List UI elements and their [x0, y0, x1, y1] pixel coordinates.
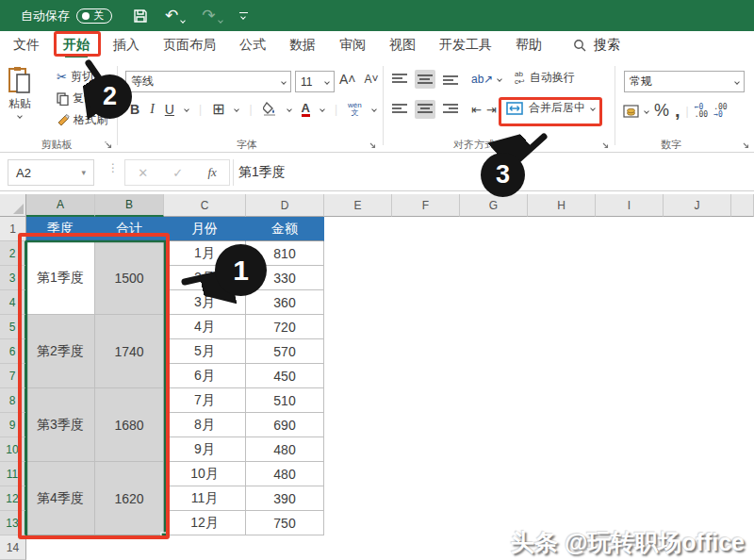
autosave-toggle[interactable]: 自动保存 关 — [21, 8, 112, 25]
phonetic-guide-button[interactable]: wén文 — [348, 102, 362, 117]
decrease-indent-button[interactable]: ⇤ — [471, 103, 482, 117]
increase-indent-button[interactable]: ⇥ — [486, 103, 497, 117]
underline-button[interactable]: U — [165, 102, 174, 117]
month-cell-5月[interactable]: 5月 — [164, 339, 246, 364]
column-header-G[interactable]: G — [460, 194, 528, 217]
column-header-partial[interactable] — [731, 194, 754, 217]
column-header-J[interactable]: J — [664, 194, 731, 217]
month-cell-8月[interactable]: 8月 — [164, 413, 246, 437]
alignment-dialog-launcher-icon[interactable] — [600, 140, 610, 153]
accounting-format-icon[interactable] — [623, 105, 639, 118]
merge-center-button[interactable]: 合并后居中 — [506, 100, 595, 116]
row-header-14[interactable]: 14 — [0, 535, 26, 560]
increase-decimal-icon[interactable]: ←0.00 — [695, 104, 708, 119]
header-cell-月份[interactable]: 月份 — [164, 217, 246, 241]
autosave-switch[interactable]: 关 — [76, 8, 112, 24]
month-cell-9月[interactable]: 9月 — [164, 437, 246, 462]
underline-dropdown-icon[interactable] — [184, 107, 189, 112]
total-cell-3[interactable]: 1680 — [95, 388, 164, 462]
row-header-11[interactable]: 11 — [0, 462, 26, 486]
column-header-D[interactable]: D — [246, 194, 324, 217]
row-header-4[interactable]: 4 — [0, 290, 26, 315]
row-header-7[interactable]: 7 — [0, 364, 26, 388]
row-header-13[interactable]: 13 — [0, 511, 26, 535]
month-cell-6月[interactable]: 6月 — [164, 364, 246, 388]
formula-bar-value[interactable]: 第1季度 — [238, 159, 286, 186]
total-cell-4[interactable]: 1620 — [95, 462, 164, 535]
quarter-cell-4[interactable]: 第4季度 — [26, 462, 95, 535]
bold-button[interactable]: B — [130, 102, 139, 117]
month-cell-12月[interactable]: 12月 — [164, 511, 246, 535]
tab-开始[interactable]: 开始 — [63, 31, 90, 58]
row-header-12[interactable]: 12 — [0, 486, 26, 511]
amount-cell-10[interactable]: 480 — [246, 462, 324, 486]
header-cell-合计[interactable]: 合计 — [95, 217, 164, 241]
orientation-dropdown-icon[interactable] — [498, 76, 503, 82]
row-header-10[interactable]: 10 — [0, 437, 26, 462]
percent-style-button[interactable]: % — [654, 101, 669, 121]
amount-cell-9[interactable]: 480 — [246, 437, 324, 462]
align-left-button[interactable] — [389, 100, 410, 119]
quarter-cell-1[interactable]: 第1季度 — [26, 241, 95, 315]
month-cell-11月[interactable]: 11月 — [164, 486, 246, 511]
month-cell-10月[interactable]: 10月 — [164, 462, 246, 486]
column-header-A[interactable]: A — [26, 194, 95, 217]
redo-button[interactable]: ↷ — [202, 8, 221, 23]
amount-cell-12[interactable]: 750 — [246, 511, 324, 535]
borders-dropdown-icon[interactable] — [235, 107, 240, 112]
amount-cell-6[interactable]: 450 — [246, 364, 324, 388]
amount-cell-4[interactable]: 720 — [246, 315, 324, 339]
tab-文件[interactable]: 文件 — [13, 31, 40, 58]
column-header-B[interactable]: B — [95, 194, 164, 217]
number-dialog-launcher-icon[interactable] — [741, 140, 750, 153]
fill-color-button[interactable] — [263, 102, 277, 116]
month-cell-4月[interactable]: 4月 — [164, 315, 246, 339]
top-align-button[interactable] — [389, 70, 410, 89]
font-size-select[interactable]: 11 — [295, 71, 335, 92]
wrap-text-button[interactable]: abc↩ 自动换行 — [515, 70, 575, 86]
header-cell-季度[interactable]: 季度 — [26, 217, 95, 241]
align-right-button[interactable] — [440, 100, 461, 119]
column-header-E[interactable]: E — [324, 194, 392, 217]
amount-cell-7[interactable]: 510 — [246, 388, 324, 413]
tab-开发工具[interactable]: 开发工具 — [439, 31, 492, 58]
fill-color-dropdown-icon[interactable] — [287, 107, 292, 112]
spreadsheet[interactable]: ABCDEFGHIJ1234567891011121314季度合计月份金额第1季… — [0, 194, 754, 560]
save-icon[interactable] — [133, 8, 148, 24]
cut-button[interactable]: ✂ 剪切 — [57, 69, 93, 85]
column-header-H[interactable]: H — [528, 194, 596, 217]
amount-cell-5[interactable]: 570 — [246, 339, 324, 364]
tab-页面布局[interactable]: 页面布局 — [163, 31, 216, 58]
amount-cell-8[interactable]: 690 — [246, 413, 324, 437]
row-header-1[interactable]: 1 — [0, 217, 26, 241]
row-header-9[interactable]: 9 — [0, 413, 26, 437]
decrease-decimal-icon[interactable]: .00→0 — [713, 104, 727, 119]
column-header-C[interactable]: C — [164, 194, 246, 217]
row-header-2[interactable]: 2 — [0, 241, 26, 266]
font-color-button[interactable]: A — [302, 102, 310, 117]
shrink-font-button[interactable]: A˅ — [365, 73, 379, 86]
total-cell-2[interactable]: 1740 — [95, 315, 164, 388]
row-header-8[interactable]: 8 — [0, 388, 26, 413]
quarter-cell-2[interactable]: 第2季度 — [26, 315, 95, 388]
search-box[interactable]: 搜索 — [573, 31, 620, 58]
quarter-cell-3[interactable]: 第3季度 — [26, 388, 95, 462]
column-header-F[interactable]: F — [392, 194, 460, 217]
tab-审阅[interactable]: 审阅 — [339, 31, 366, 58]
select-all-corner[interactable] — [0, 194, 26, 217]
amount-cell-11[interactable]: 390 — [246, 486, 324, 511]
amount-cell-3[interactable]: 360 — [246, 290, 324, 315]
middle-align-button[interactable] — [415, 70, 435, 89]
tab-公式[interactable]: 公式 — [239, 31, 266, 58]
tab-数据[interactable]: 数据 — [289, 31, 316, 58]
comma-style-button[interactable]: , — [675, 100, 680, 122]
grow-font-button[interactable]: A˄ — [339, 72, 356, 87]
bottom-align-button[interactable] — [440, 70, 461, 89]
name-box[interactable]: A2 ▾ — [8, 159, 94, 186]
accounting-dropdown-icon[interactable] — [644, 108, 649, 114]
merge-center-dropdown-icon[interactable] — [590, 106, 596, 111]
tab-插入[interactable]: 插入 — [113, 31, 139, 58]
tab-帮助[interactable]: 帮助 — [516, 31, 542, 58]
row-header-6[interactable]: 6 — [0, 339, 26, 364]
enter-icon[interactable]: ✓ — [172, 166, 183, 180]
